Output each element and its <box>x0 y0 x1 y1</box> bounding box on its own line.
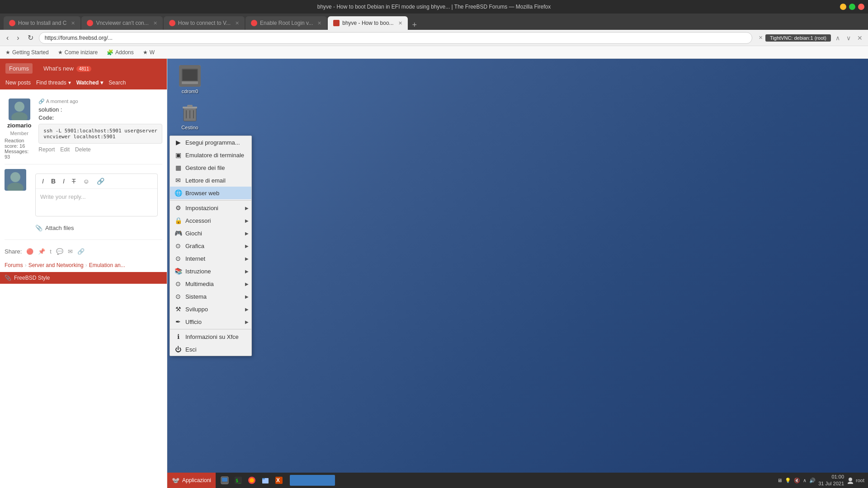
tab-label-5: bhyve - How to boo... <box>342 20 393 26</box>
share-whatsapp[interactable]: 💬 <box>56 248 63 255</box>
reply-format-italic[interactable]: I <box>40 177 46 186</box>
taskbar-terminal[interactable]: $_ <box>232 474 245 487</box>
share-reddit[interactable]: 🔴 <box>26 248 33 255</box>
svg-rect-28 <box>262 478 265 479</box>
breadcrumb-forums[interactable]: Forums <box>5 262 23 268</box>
menu-item-terminale[interactable]: ▣ Emulatore di terminale <box>170 149 251 161</box>
bookmark-w[interactable]: ★ W <box>141 48 156 56</box>
freebsd-footer: 📎 FreeBSD Style <box>0 272 167 284</box>
taskbar-show-desktop[interactable] <box>218 474 231 487</box>
menu-item-sistema[interactable]: ⊙ Sistema ▶ <box>170 290 251 303</box>
menu-label-istruzione: Istruzione <box>185 268 211 275</box>
tab-2[interactable]: Vncviewer can't con... ✕ <box>81 16 162 30</box>
report-button-1[interactable]: Report <box>38 146 55 153</box>
tab-close-2[interactable]: ✕ <box>153 20 157 26</box>
desktop-icon-trash[interactable]: Cestino <box>172 99 208 132</box>
bookmark-getting-started[interactable]: ★ Getting Started <box>4 48 51 56</box>
tab-close-3[interactable]: ✕ <box>235 20 239 26</box>
tray-network-icon: 🖥 <box>777 478 782 483</box>
tab-3[interactable]: How to connect to V... ✕ <box>164 16 245 30</box>
bookmark-addons[interactable]: 🧩 Addons <box>105 48 136 56</box>
nav-bar: ‹ › ↻ https://forums.freebsd.org/... ✕ T… <box>0 30 868 46</box>
tab-4[interactable]: Enable Root Login v... ✕ <box>245 16 327 30</box>
menu-item-accessori[interactable]: 🔒 Accessori ▶ <box>170 214 251 227</box>
menu-item-esegui[interactable]: ▶ Esegui programma... <box>170 136 251 149</box>
attach-files-button[interactable]: 📎 Attach files <box>35 225 74 231</box>
taskbar-user: root <box>847 477 864 484</box>
breadcrumb-server[interactable]: Server and Networking <box>28 262 84 268</box>
menu-item-giochi[interactable]: 🎮 Giochi ▶ <box>170 227 251 239</box>
breadcrumb-emulation[interactable]: Emulation an... <box>89 262 125 268</box>
tab-favicon-3 <box>169 20 175 26</box>
share-link[interactable]: 🔗 <box>77 248 85 255</box>
address-bar[interactable]: https://forums.freebsd.org/... <box>39 32 752 44</box>
nav-forums[interactable]: Forums <box>5 63 33 74</box>
post-role-1: Member <box>10 131 28 136</box>
toolbar-find-threads[interactable]: Find threads ▾ <box>36 80 71 86</box>
info-icon: ℹ <box>175 333 182 340</box>
reply-format-strike[interactable]: T <box>70 177 78 186</box>
reply-footer: 📎 Attach files <box>31 221 162 235</box>
nav-whats-new[interactable]: What's new 4811 <box>40 63 95 74</box>
reply-format-link[interactable]: 🔗 <box>95 177 106 186</box>
share-pinterest[interactable]: 📌 <box>38 248 45 255</box>
new-tab-button[interactable]: + <box>409 20 421 30</box>
internet-icon: ⊙ <box>175 255 182 262</box>
reply-format-bold[interactable]: B <box>49 177 57 186</box>
svg-rect-7 <box>183 70 197 80</box>
close-button[interactable] <box>858 4 864 10</box>
reply-input[interactable]: Write your reply... <box>36 189 157 216</box>
menu-item-istruzione[interactable]: 📚 Istruzione ▶ <box>170 265 251 277</box>
menu-item-email[interactable]: ✉ Lettore di email <box>170 174 251 187</box>
menu-item-internet[interactable]: ⊙ Internet ▶ <box>170 252 251 265</box>
post-content-reply: I B I T ☺ 🔗 Write your reply... <box>31 169 162 235</box>
toolbar-watched[interactable]: Watched ▾ <box>76 80 104 86</box>
taskbar-x-icon[interactable]: X <box>273 474 285 487</box>
vnc-nav-up[interactable]: ∧ <box>834 33 842 43</box>
taskbar-start-button[interactable]: 🐭 Applicazioni <box>167 473 216 488</box>
desktop-icon-cdrom[interactable]: cdrom0 <box>172 63 208 96</box>
edit-button-1[interactable]: Edit <box>60 146 70 153</box>
code-block-1: ssh -L 5901:localhost:5901 user@server v… <box>38 124 162 144</box>
svg-text:$_: $_ <box>236 478 241 483</box>
share-tumblr[interactable]: t <box>50 248 52 255</box>
tab-close-5[interactable]: ✕ <box>398 20 402 26</box>
menu-item-ufficio[interactable]: ✒ Ufficio ▶ <box>170 315 251 328</box>
tab-close-1[interactable]: ✕ <box>71 20 75 26</box>
reply-format-italic2[interactable]: I <box>61 177 66 186</box>
breadcrumb-sep-1: › <box>25 262 27 268</box>
menu-item-info[interactable]: ℹ Informazioni su Xfce <box>170 330 251 343</box>
menu-item-grafica[interactable]: ⊙ Grafica ▶ <box>170 239 251 252</box>
tab-1[interactable]: How to Install and C ✕ <box>4 16 80 30</box>
maximize-button[interactable] <box>849 4 855 10</box>
title-bar: bhyve - How to boot Debian in EFI mode u… <box>0 0 868 14</box>
reply-format-emoji[interactable]: ☺ <box>81 177 91 186</box>
back-button[interactable]: ‹ <box>4 32 11 44</box>
svg-point-1 <box>11 112 28 120</box>
reload-button[interactable]: ↻ <box>25 32 36 44</box>
menu-item-multimedia[interactable]: ⊙ Multimedia ▶ <box>170 277 251 290</box>
menu-item-esci[interactable]: ⏻ Esci <box>170 343 251 356</box>
toolbar-new-posts[interactable]: New posts <box>5 80 31 86</box>
taskbar-files[interactable] <box>259 474 272 487</box>
forward-button[interactable]: › <box>14 32 22 44</box>
toolbar-search[interactable]: Search <box>108 80 126 86</box>
tab-label-2: Vncviewer can't con... <box>96 20 148 26</box>
taskbar-window-active[interactable] <box>290 475 335 486</box>
tab-5[interactable]: bhyve - How to boo... ✕ <box>328 16 407 30</box>
bookmark-come-iniziare[interactable]: ★ Come iniziare <box>56 48 99 56</box>
menu-item-impostazioni[interactable]: ⚙ Impostazioni ▶ <box>170 202 251 214</box>
vnc-close-icon[interactable]: ✕ <box>759 35 763 41</box>
menu-item-sviluppo[interactable]: ⚒ Sviluppo ▶ <box>170 303 251 315</box>
taskbar-firefox[interactable] <box>245 474 258 487</box>
vnc-nav-down[interactable]: ∨ <box>844 33 853 43</box>
vnc-close-btn[interactable]: ✕ <box>855 33 864 43</box>
menu-item-filemanager[interactable]: ▦ Gestore dei file <box>170 161 251 174</box>
menu-item-browser[interactable]: 🌐 Browser web <box>170 187 251 199</box>
share-email[interactable]: ✉ <box>68 248 73 255</box>
post-body-1: ziomario Member Reaction score: 16 Messa… <box>5 99 162 160</box>
tab-label-1: How to Install and C <box>18 20 66 26</box>
minimize-button[interactable] <box>840 4 846 10</box>
delete-button-1[interactable]: Delete <box>75 146 91 153</box>
tab-close-4[interactable]: ✕ <box>317 20 321 26</box>
